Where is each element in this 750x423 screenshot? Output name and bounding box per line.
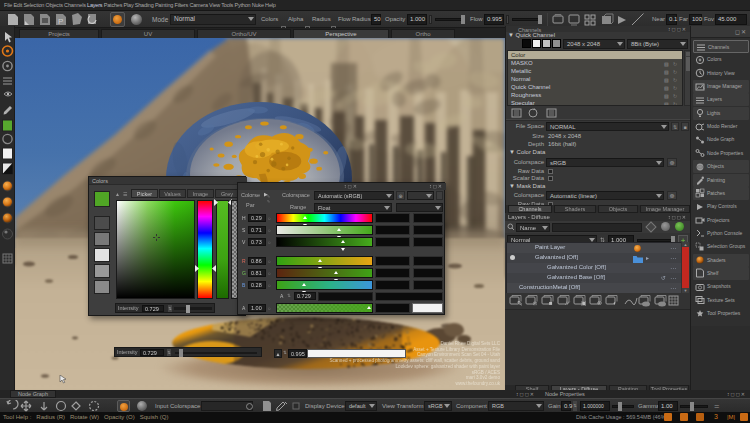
svg-text:⊗: ⊗ xyxy=(597,300,602,306)
svg-text:⦻: ⦻ xyxy=(533,300,537,306)
svg-text:P: P xyxy=(58,17,63,26)
svg-text:■: ■ xyxy=(549,300,553,306)
svg-text:◐: ◐ xyxy=(613,300,617,306)
svg-text:𝒮: 𝒮 xyxy=(565,300,571,306)
svg-text:✎: ✎ xyxy=(517,300,523,307)
svg-text:▣: ▣ xyxy=(581,300,587,306)
